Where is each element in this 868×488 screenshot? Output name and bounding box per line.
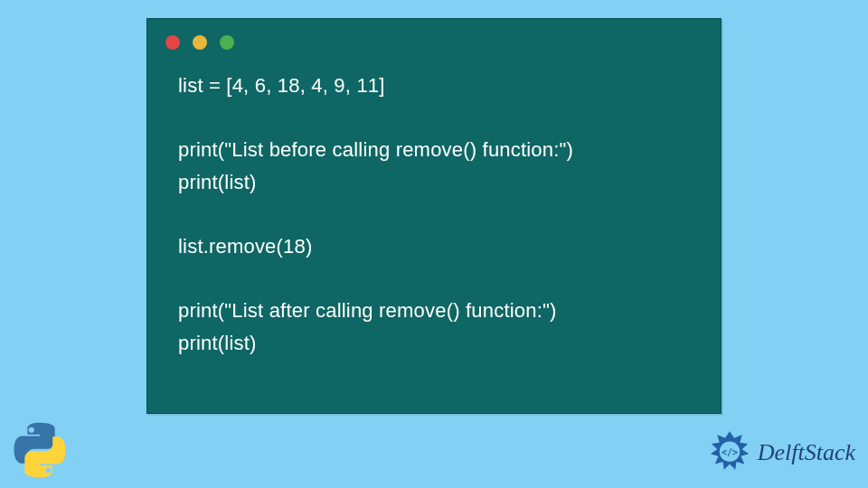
maximize-icon xyxy=(220,35,234,50)
code-block: list = [4, 6, 18, 4, 9, 11] print("List … xyxy=(178,70,573,360)
delftstack-logo-icon: </> xyxy=(707,430,752,475)
code-window: list = [4, 6, 18, 4, 9, 11] print("List … xyxy=(146,18,722,414)
delftstack-brand: </> DelftStack xyxy=(707,430,855,475)
brand-name: DelftStack xyxy=(758,439,855,466)
minimize-icon xyxy=(193,35,207,50)
svg-text:</>: </> xyxy=(722,447,738,457)
python-logo-icon xyxy=(9,419,71,481)
window-traffic-lights xyxy=(165,35,234,50)
close-icon xyxy=(165,35,180,50)
